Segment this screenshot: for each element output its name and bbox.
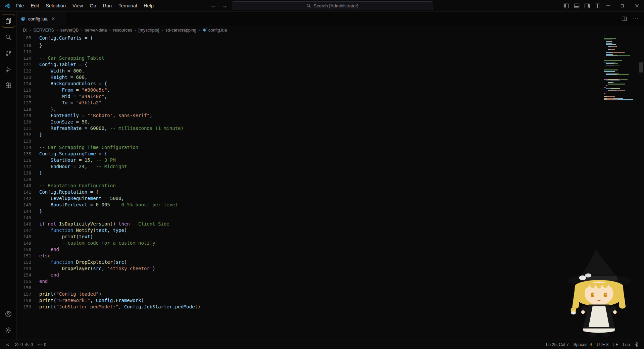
code-line[interactable]: 136 StartHour = 15, -- 3 PM xyxy=(17,157,604,163)
tab-config-lua[interactable]: config.lua × xyxy=(17,12,65,26)
problems-indicator[interactable]: 0 0 xyxy=(12,340,35,349)
menu-help[interactable]: Help xyxy=(140,0,157,11)
status-cursor-position[interactable]: Ln 25, Col 7 xyxy=(544,342,571,347)
code-line[interactable]: 137 EndHour = 24, -- Midnight xyxy=(17,163,604,170)
code-line[interactable]: 118} xyxy=(17,42,604,49)
line-number[interactable]: 154 xyxy=(17,272,39,278)
line-number[interactable]: 158 xyxy=(17,297,39,304)
code-line[interactable]: 157print("Config loaded") xyxy=(17,291,604,297)
code-line[interactable]: 125 From = "#300a5c", xyxy=(17,87,604,93)
status-eol[interactable]: LF xyxy=(611,342,621,347)
line-number[interactable]: 147 xyxy=(17,227,39,234)
extensions-icon[interactable] xyxy=(2,79,15,92)
minimize-button[interactable] xyxy=(601,0,615,11)
editor[interactable]: 85Config.CarParts = { 118}119120-- Car S… xyxy=(17,34,644,340)
menu-file[interactable]: File xyxy=(13,0,27,11)
line-number[interactable]: 145 xyxy=(17,214,39,221)
code-line[interactable]: 151else xyxy=(17,253,604,259)
menu-selection[interactable]: Selection xyxy=(42,0,69,11)
sticky-line-number[interactable]: 85 xyxy=(17,34,39,42)
line-number[interactable]: 143 xyxy=(17,202,39,208)
line-number[interactable]: 135 xyxy=(17,151,39,157)
line-number[interactable]: 144 xyxy=(17,208,39,214)
line-number[interactable]: 153 xyxy=(17,265,39,272)
breadcrumb-item[interactable]: sd-carscrapping xyxy=(165,28,197,33)
source-control-icon[interactable] xyxy=(2,47,15,60)
status-encoding[interactable]: UTF-8 xyxy=(594,342,611,347)
microphone-icon[interactable] xyxy=(632,342,641,347)
code-line[interactable]: 85Config.CarParts = { xyxy=(17,34,604,42)
breadcrumb-item[interactable]: resources xyxy=(113,28,132,33)
line-number[interactable]: 138 xyxy=(17,170,39,176)
code-line[interactable]: 128 }, xyxy=(17,106,604,112)
line-number[interactable]: 134 xyxy=(17,144,39,151)
line-number[interactable]: 126 xyxy=(17,93,39,100)
line-number[interactable]: 141 xyxy=(17,189,39,195)
line-number[interactable]: 119 xyxy=(17,49,39,55)
line-number[interactable]: 129 xyxy=(17,112,39,119)
ports-indicator[interactable]: 0 xyxy=(35,340,49,349)
line-number[interactable]: 124 xyxy=(17,81,39,87)
back-icon[interactable]: ← xyxy=(211,2,217,9)
menu-run[interactable]: Run xyxy=(100,0,115,11)
remote-indicator[interactable] xyxy=(3,340,12,349)
customize-layout-icon[interactable] xyxy=(595,3,600,9)
toggle-panel-icon[interactable] xyxy=(574,3,580,9)
code-line[interactable]: 119 xyxy=(17,49,604,55)
line-number[interactable]: 132 xyxy=(17,132,39,138)
code-line[interactable]: 141Config.Reputation = { xyxy=(17,189,604,195)
sticky-scroll[interactable]: 85Config.CarParts = { xyxy=(17,34,604,42)
code-line[interactable]: 149 --custom code for a custom notify xyxy=(17,240,604,246)
line-number[interactable]: 131 xyxy=(17,125,39,132)
menu-go[interactable]: Go xyxy=(86,0,99,11)
explorer-icon[interactable] xyxy=(2,14,15,28)
code-line[interactable]: 130 IconSize = 50, xyxy=(17,119,604,125)
restore-button[interactable] xyxy=(615,0,630,11)
code-line[interactable]: 145 xyxy=(17,214,604,221)
status-language-mode[interactable]: Lua xyxy=(621,342,632,347)
code-line[interactable]: 131 RefreshRate = 60000, -- milliseconds… xyxy=(17,125,604,132)
line-number[interactable]: 140 xyxy=(17,183,39,189)
breadcrumb-item[interactable]: D: xyxy=(23,28,27,33)
code-line[interactable]: 133 xyxy=(17,138,604,144)
menu-view[interactable]: View xyxy=(69,0,86,11)
code-line[interactable]: 148 print(text) xyxy=(17,234,604,240)
run-and-debug-icon[interactable] xyxy=(2,63,15,76)
code-line[interactable]: 135Config.ScrappingTime = { xyxy=(17,151,604,157)
search-sidebar-icon[interactable] xyxy=(2,31,15,44)
breadcrumb-item[interactable]: serverQB xyxy=(60,28,79,33)
code-line[interactable]: 159print("JobStarter pedModel:", Config.… xyxy=(17,304,604,310)
code-line[interactable]: 120-- Car Scrapping Tablet xyxy=(17,55,604,61)
code-line[interactable]: 153 DropPlayer(src, 'stinky cheetor') xyxy=(17,265,604,272)
line-number[interactable]: 122 xyxy=(17,68,39,74)
tab-close-icon[interactable]: × xyxy=(52,16,55,21)
line-number[interactable]: 137 xyxy=(17,163,39,170)
line-number[interactable]: 139 xyxy=(17,176,39,183)
settings-gear-icon[interactable] xyxy=(2,324,15,337)
code-line[interactable]: 127 To = "#7b1fa2" xyxy=(17,100,604,106)
breadcrumb-item[interactable]: server-data xyxy=(85,28,107,33)
code-line[interactable]: 142 LevelUpRequirement = 5000, xyxy=(17,195,604,202)
code-line[interactable]: 140-- Reputation Configuration xyxy=(17,183,604,189)
code-line[interactable]: 144} xyxy=(17,208,604,214)
line-number[interactable]: 155 xyxy=(17,278,39,285)
forward-icon[interactable]: → xyxy=(221,2,228,9)
code-line[interactable]: 124 BackgroundColors = { xyxy=(17,81,604,87)
line-number[interactable]: 150 xyxy=(17,246,39,253)
code-line[interactable]: 132} xyxy=(17,132,604,138)
status-indentation[interactable]: Spaces: 4 xyxy=(571,342,595,347)
line-number[interactable]: 127 xyxy=(17,100,39,106)
menu-edit[interactable]: Edit xyxy=(27,0,42,11)
code-line[interactable]: 138} xyxy=(17,170,604,176)
command-center-search[interactable]: Search [Administrator] xyxy=(232,1,433,10)
line-number[interactable]: 118 xyxy=(17,42,39,49)
code-line[interactable]: 156 xyxy=(17,285,604,291)
code-line[interactable]: 143 BoostPerLevel = 0.005 -- 0.5% boost … xyxy=(17,202,604,208)
code-line[interactable]: 129 FontFamily = "'Roboto', sans-serif", xyxy=(17,112,604,119)
minimap[interactable] xyxy=(604,35,639,101)
code-line[interactable]: 139 xyxy=(17,176,604,183)
line-number[interactable]: 128 xyxy=(17,106,39,112)
code-line[interactable]: 123 Height = 600, xyxy=(17,74,604,81)
breadcrumb-item[interactable]: SERVERS xyxy=(33,28,54,33)
breadcrumb-item[interactable]: config.lua xyxy=(203,28,227,33)
